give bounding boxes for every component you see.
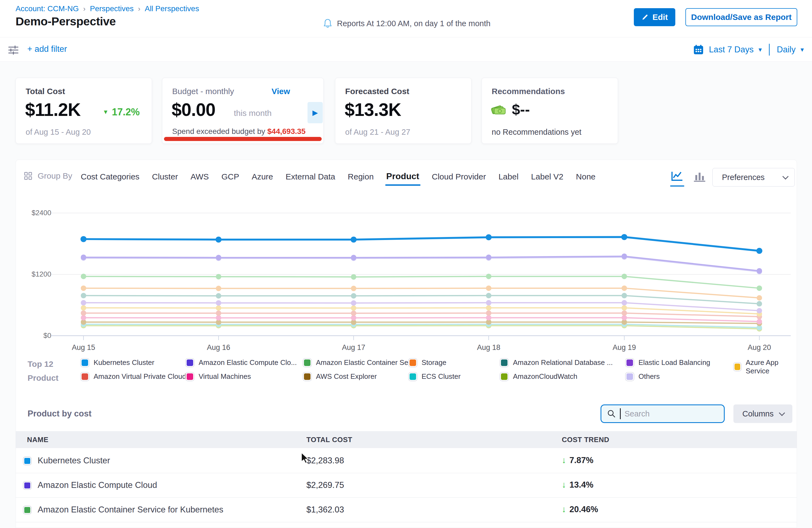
chart-point[interactable]	[351, 300, 356, 306]
chart-point[interactable]	[622, 315, 627, 321]
tab-cluster[interactable]: Cluster	[152, 172, 178, 185]
budget-next-button[interactable]: ▶	[307, 102, 323, 123]
chart-point[interactable]	[351, 255, 356, 260]
tab-label-v2[interactable]: Label V2	[531, 172, 563, 185]
preferences-dropdown[interactable]: Preferences	[712, 168, 795, 187]
chart-point[interactable]	[351, 293, 356, 299]
legend-item-ecs-cluster[interactable]: ECS Cluster	[409, 372, 461, 381]
chart-point[interactable]	[81, 310, 86, 316]
chart-line-storage[interactable]	[84, 288, 759, 298]
legend-item-amazoncloudwatch[interactable]: AmazonCloudWatch	[500, 372, 577, 381]
chart-point[interactable]	[216, 315, 221, 321]
legend-item-others[interactable]: Others	[626, 372, 660, 381]
chart-point[interactable]	[351, 286, 356, 291]
date-range-selector[interactable]: Last 7 Days	[709, 45, 754, 55]
legend-item-aws-cost-explorer[interactable]: AWS Cost Explorer	[303, 372, 377, 381]
legend-item-amazon-virtual-private-cloud[interactable]: Amazon Virtual Private Cloud	[81, 372, 186, 381]
chart-point[interactable]	[351, 274, 356, 280]
budget-view-link[interactable]: View	[272, 87, 290, 96]
chart-line-virtual-machines[interactable]	[84, 318, 759, 322]
chart-line-amazon-elastic-container-se-[interactable]	[84, 277, 759, 288]
chart-point[interactable]	[486, 310, 491, 316]
chart-point[interactable]	[81, 254, 86, 260]
tab-none[interactable]: None	[576, 172, 596, 185]
breadcrumb-all-perspectives-link[interactable]: All Perspectives	[145, 4, 199, 13]
chart-point[interactable]	[622, 293, 627, 298]
chart-point[interactable]	[486, 315, 491, 321]
tab-label[interactable]: Label	[498, 172, 518, 185]
tab-azure[interactable]: Azure	[251, 172, 273, 185]
chart-line-aws-cost-explorer[interactable]	[84, 322, 759, 323]
edit-button[interactable]: Edit	[634, 8, 675, 26]
chart-canvas[interactable]	[16, 202, 797, 355]
chart-point[interactable]	[216, 293, 221, 299]
chart-point[interactable]	[216, 300, 221, 306]
chart-line-amazon-virtual-private-cloud[interactable]	[84, 313, 759, 317]
chart-point[interactable]	[81, 315, 86, 321]
legend-item-elastic-load-balancing[interactable]: Elastic Load Balancing	[626, 358, 710, 367]
chart-point[interactable]	[757, 301, 762, 307]
chart-point[interactable]	[216, 237, 221, 243]
download-save-report-button[interactable]: Download/Save as Report	[685, 8, 797, 26]
legend-item-kubernetes-cluster[interactable]: Kubernetes Cluster	[81, 358, 155, 367]
breadcrumb-account-link[interactable]: Account: CCM-NG	[16, 4, 79, 13]
chart-point[interactable]	[757, 295, 762, 300]
chart-point[interactable]	[216, 274, 221, 279]
chart-point[interactable]	[622, 305, 627, 311]
legend-item-virtual-machines[interactable]: Virtual Machines	[186, 372, 251, 381]
tab-cloud-provider[interactable]: Cloud Provider	[432, 172, 486, 185]
chart-point[interactable]	[757, 268, 762, 274]
filter-sliders-icon[interactable]	[7, 44, 20, 56]
chart-point[interactable]	[216, 305, 221, 311]
chart-point[interactable]	[216, 255, 221, 260]
line-chart-icon[interactable]	[670, 170, 684, 183]
chart-point[interactable]	[622, 300, 627, 306]
chart-point[interactable]	[622, 253, 627, 259]
chart-point[interactable]	[486, 274, 491, 279]
chart-point[interactable]	[757, 285, 762, 291]
table-row-amazon-elastic-container-service-for-kubernetes[interactable]: Amazon Elastic Container Service for Kub…	[16, 498, 797, 522]
legend-item-azure-app-service[interactable]: Azure App Service	[734, 358, 797, 375]
table-row-amazon-elastic-compute-cloud[interactable]: Amazon Elastic Compute Cloud$2,269.75↓13…	[16, 473, 797, 498]
chart-point[interactable]	[621, 234, 627, 240]
chart-point[interactable]	[486, 300, 491, 306]
chart-point[interactable]	[756, 248, 762, 254]
add-filter-button[interactable]: + add filter	[27, 44, 67, 54]
chart-point[interactable]	[81, 236, 87, 242]
chart-point[interactable]	[622, 310, 627, 316]
chart-point[interactable]	[351, 237, 357, 243]
chart-point[interactable]	[486, 285, 491, 291]
chart-point[interactable]	[622, 285, 627, 291]
legend-item-amazon-relational-database-[interactable]: Amazon Relational Database ...	[500, 358, 613, 367]
chart-line-amazoncloudwatch[interactable]	[84, 326, 759, 329]
chart-line-others[interactable]	[84, 257, 759, 272]
tab-gcp[interactable]: GCP	[221, 172, 239, 185]
legend-item-storage[interactable]: Storage	[409, 358, 446, 367]
legend-item-amazon-elastic-container-se-[interactable]: Amazon Elastic Container Se...	[303, 358, 414, 367]
chart-point[interactable]	[757, 308, 762, 313]
granularity-selector[interactable]: Daily	[777, 45, 796, 55]
chart-point[interactable]	[486, 305, 491, 311]
tab-product[interactable]: Product	[386, 171, 419, 185]
chart-point[interactable]	[216, 310, 221, 316]
legend-item-amazon-elastic-compute-clo-[interactable]: Amazon Elastic Compute Clo...	[186, 358, 297, 367]
chart-point[interactable]	[216, 286, 221, 291]
chart-point[interactable]	[622, 274, 627, 279]
tab-external-data[interactable]: External Data	[286, 172, 335, 185]
chart-point[interactable]	[351, 311, 356, 316]
chart-point[interactable]	[351, 306, 356, 311]
chart-point[interactable]	[486, 254, 491, 260]
chart-point[interactable]	[81, 293, 86, 298]
chart-point[interactable]	[486, 293, 491, 298]
tab-aws[interactable]: AWS	[190, 172, 209, 185]
table-row-kubernetes-cluster[interactable]: Kubernetes Cluster$2,283.98↓7.87%	[16, 449, 797, 473]
tab-region[interactable]: Region	[348, 172, 374, 185]
search-input[interactable]: Search	[600, 405, 725, 423]
columns-dropdown[interactable]: Columns	[734, 405, 792, 423]
chart-point[interactable]	[486, 234, 492, 240]
bar-chart-icon[interactable]	[693, 170, 707, 183]
chart-point[interactable]	[81, 305, 86, 311]
chart-line-kubernetes-cluster[interactable]	[84, 237, 759, 251]
breadcrumb-perspectives-link[interactable]: Perspectives	[90, 4, 134, 13]
chart-point[interactable]	[81, 274, 86, 279]
